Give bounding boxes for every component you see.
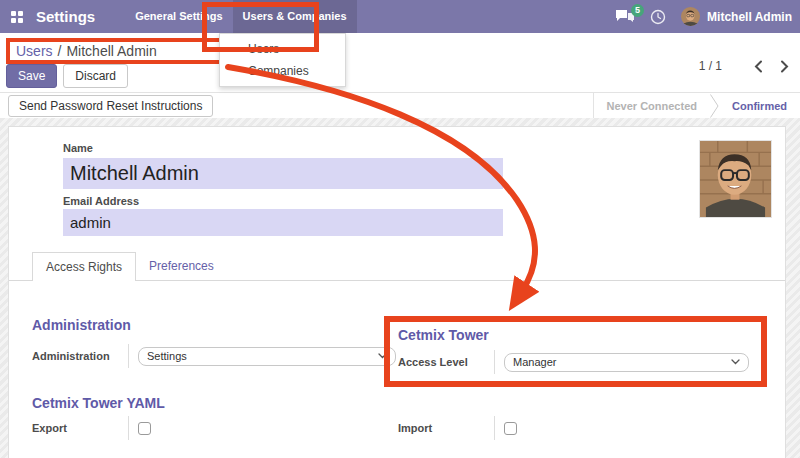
- administration-select[interactable]: Settings: [138, 347, 396, 366]
- record-pager: 1 / 1: [699, 57, 794, 75]
- top-navbar: Settings General Settings Users & Compan…: [0, 0, 800, 33]
- statusbar-row: Send Password Reset Instructions Never C…: [0, 92, 800, 118]
- chevron-down-icon: [731, 359, 740, 365]
- activities-clock-icon[interactable]: [650, 9, 666, 25]
- access-level-label: Access Level: [398, 356, 494, 368]
- users-companies-dropdown: Users Companies: [219, 33, 346, 87]
- save-button[interactable]: Save: [6, 64, 57, 88]
- breadcrumb-users-link[interactable]: Users: [16, 43, 53, 59]
- breadcrumb-current: Mitchell Admin: [66, 43, 156, 59]
- status-step-never-connected[interactable]: Never Connected: [594, 93, 710, 118]
- section-administration: Administration Administration Settings: [32, 317, 396, 368]
- dropdown-item-users[interactable]: Users: [220, 38, 345, 60]
- user-title-block: Name Mitchell Admin Email Address admin: [63, 138, 503, 236]
- chevron-right-icon: [780, 60, 789, 73]
- export-checkbox[interactable]: [138, 422, 151, 435]
- administration-section-title: Administration: [32, 317, 396, 333]
- control-panel: Users / Mitchell Admin 1 / 1 Save Discar…: [0, 33, 800, 118]
- apps-menu-icon[interactable]: [11, 11, 23, 23]
- cetmix-tower-yaml-section-title: Cetmix Tower YAML: [32, 395, 165, 411]
- user-menu[interactable]: Mitchell Admin: [681, 7, 792, 26]
- form-buttons: Save Discard: [6, 64, 128, 88]
- access-level-select[interactable]: Manager: [504, 353, 749, 372]
- messages-counter-badge: 5: [631, 4, 644, 17]
- import-checkbox[interactable]: [504, 422, 517, 435]
- field-separator: [494, 416, 495, 440]
- email-label: Email Address: [63, 195, 503, 207]
- messages-button[interactable]: 5: [615, 9, 635, 25]
- notebook-tabs: Access Rights Preferences: [9, 253, 785, 281]
- status-step-confirmed[interactable]: Confirmed: [719, 93, 800, 118]
- tab-preferences[interactable]: Preferences: [136, 252, 227, 280]
- pager-value: 1 / 1: [699, 59, 722, 73]
- export-field-row: Export: [32, 416, 396, 440]
- access-level-field-row: Access Level Manager: [398, 350, 749, 374]
- cetmix-tower-section-title: Cetmix Tower: [398, 327, 749, 343]
- menu-users-companies[interactable]: Users & Companies: [233, 0, 357, 33]
- chevron-left-icon: [754, 60, 763, 73]
- name-input[interactable]: Mitchell Admin: [63, 158, 503, 189]
- pager-previous-button[interactable]: [748, 57, 768, 75]
- administration-field-label: Administration: [32, 350, 128, 362]
- user-avatar-small: [681, 7, 700, 26]
- top-menu-bar: General Settings Users & Companies: [125, 0, 356, 33]
- annotation-box-breadcrumb: Users / Mitchell Admin: [6, 38, 236, 64]
- statusbar-steps: Never Connected Confirmed: [593, 93, 800, 118]
- user-photo[interactable]: [699, 140, 772, 218]
- import-field-row: Import: [398, 416, 758, 440]
- status-arrow-separator-icon: [710, 94, 719, 118]
- breadcrumb-separator: /: [58, 43, 62, 59]
- name-label: Name: [63, 142, 93, 154]
- dropdown-item-companies[interactable]: Companies: [220, 60, 345, 82]
- field-separator: [128, 416, 129, 440]
- field-separator: [128, 344, 129, 368]
- pager-next-button[interactable]: [774, 57, 794, 75]
- topbar-right-cluster: 5 Mitchell Admin: [615, 7, 792, 26]
- send-password-reset-button[interactable]: Send Password Reset Instructions: [8, 95, 213, 117]
- app-title: Settings: [36, 8, 95, 25]
- administration-field-row: Administration Settings: [32, 344, 396, 368]
- tab-access-rights[interactable]: Access Rights: [32, 252, 136, 281]
- discard-button[interactable]: Discard: [63, 64, 128, 88]
- annotation-box-cetmix-tower: Cetmix Tower Access Level Manager: [384, 316, 767, 387]
- field-separator: [494, 350, 495, 374]
- user-name: Mitchell Admin: [707, 10, 792, 24]
- menu-general-settings[interactable]: General Settings: [125, 0, 232, 33]
- import-label: Import: [398, 422, 494, 434]
- email-input[interactable]: admin: [63, 209, 503, 236]
- form-sheet: Name Mitchell Admin Email Address admin: [8, 126, 786, 458]
- export-label: Export: [32, 422, 128, 434]
